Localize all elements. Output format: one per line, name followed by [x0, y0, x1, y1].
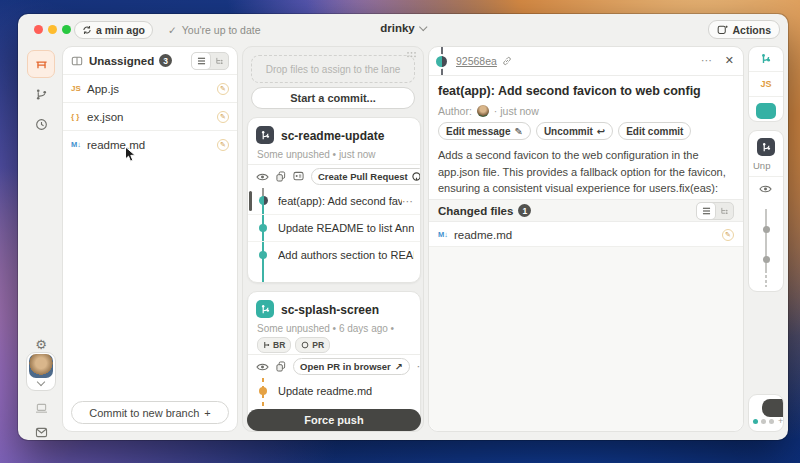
list-view-button[interactable] — [697, 203, 715, 219]
modified-icon: ✎ — [217, 111, 229, 123]
split-square-icon — [71, 55, 83, 67]
changed-files-header: Changed files 1 — [429, 199, 743, 222]
close-icon[interactable]: ✕ — [725, 54, 734, 67]
uncommit-button[interactable]: Uncommit ↩ — [536, 122, 613, 140]
left-rail: ⚙ — [18, 44, 62, 440]
start-commit-button[interactable]: Start a commit... — [251, 87, 415, 109]
review-eye-icon[interactable] — [256, 172, 269, 182]
edit-message-button[interactable]: Edit message ✎ — [438, 122, 531, 140]
commit-row[interactable]: Add authors section to README file — [248, 241, 420, 268]
feedback-button[interactable] — [27, 418, 55, 446]
account-switcher[interactable] — [26, 352, 56, 391]
tree-view-button[interactable] — [715, 203, 733, 219]
commit-dot — [763, 226, 770, 233]
copy-icon[interactable] — [276, 171, 286, 182]
applied-branch-icon — [749, 47, 783, 71]
commit-dot-unpushed — [259, 387, 267, 395]
commit-to-new-branch-button[interactable]: Commit to new branch + — [71, 401, 229, 424]
changed-files-count-badge: 1 — [518, 204, 531, 217]
commit-graph-line-dashed — [765, 275, 767, 287]
collapsed-right-rail: JS Unp + — [748, 46, 784, 432]
plus-icon: + — [204, 407, 210, 419]
commit-dot — [763, 256, 770, 263]
close-window-button[interactable] — [34, 25, 43, 34]
modified-icon: ✎ — [217, 83, 229, 95]
collapsed-lane-preview — [749, 96, 783, 121]
force-push-button[interactable]: Force push — [247, 409, 421, 431]
unassigned-count-badge: 3 — [159, 54, 172, 67]
unpushed-label: Unp — [753, 160, 770, 171]
branch-badge-icon — [256, 300, 274, 318]
review-eye-icon[interactable] — [256, 362, 269, 372]
sync-status: ✓ You're up to date — [168, 24, 261, 36]
commit-dot-diverged — [436, 56, 447, 67]
collapsed-stack-card[interactable]: Unp — [748, 130, 784, 292]
collapsed-force-push-button[interactable] — [762, 399, 784, 417]
file-row-readmemd[interactable]: M↓ readme.md ✎ — [63, 130, 237, 158]
actions-icon — [717, 24, 728, 35]
commit-hash-link[interactable]: 92568ea — [456, 55, 497, 67]
open-pr-in-browser-button[interactable]: Open PR in browser ↗ — [293, 358, 410, 375]
actions-button[interactable]: Actions — [708, 20, 780, 39]
tab-history[interactable] — [27, 110, 55, 138]
add-lane-button[interactable]: + — [778, 416, 783, 426]
stack-menu-button[interactable]: ⋯ — [417, 360, 421, 373]
external-link-icon: ↗ — [395, 361, 403, 372]
create-pr-label: Create Pull Request — [318, 171, 408, 182]
commit-dot — [259, 224, 267, 232]
commit-detail-header: 92568ea ⋯ ✕ — [429, 47, 743, 76]
tree-view-button[interactable] — [210, 53, 228, 69]
mail-icon — [35, 427, 48, 438]
branch-name[interactable]: sc-readme-update — [281, 129, 384, 143]
commit-list: feat(app): Add second favico... ⋯ Update… — [248, 188, 420, 282]
branch-name[interactable]: sc-splash-screen — [281, 303, 379, 317]
js-file-icon: JS — [749, 71, 783, 96]
lane-column: Drop files to assign to the lane Start a… — [242, 46, 424, 432]
commit-row-selected[interactable]: feat(app): Add second favico... ⋯ — [248, 188, 420, 214]
github-icon — [412, 172, 421, 181]
review-eye-icon[interactable] — [759, 184, 772, 194]
project-switcher[interactable]: drinky — [380, 22, 426, 34]
selection-indicator — [249, 191, 252, 211]
open-pr-label: Open PR in browser — [300, 361, 391, 372]
lane-page-dot[interactable] — [761, 419, 766, 424]
edit-message-label: Edit message — [446, 126, 510, 137]
zoom-window-button[interactable] — [62, 25, 71, 34]
chevron-down-icon — [419, 22, 427, 30]
edit-commit-label: Edit commit — [626, 126, 683, 137]
remote-branch-chip[interactable]: BR — [257, 337, 291, 353]
file-name: readme.md — [454, 229, 512, 241]
fetch-button[interactable]: a min ago — [74, 21, 153, 39]
commit-row[interactable]: Update readme.md — [248, 378, 420, 404]
collapsed-files-card[interactable]: JS — [748, 46, 784, 122]
changed-files-title: Changed files — [438, 205, 513, 217]
commit-menu-button[interactable]: ⋯ — [402, 195, 414, 208]
changed-file-row-readmemd[interactable]: M↓ readme.md ✎ — [429, 223, 743, 246]
modified-icon: ✎ — [217, 139, 229, 151]
view-toggle — [191, 52, 229, 70]
drop-zone[interactable]: Drop files to assign to the lane — [251, 55, 415, 83]
lane-page-dot-active[interactable] — [753, 419, 758, 424]
file-row-exjson[interactable]: { } ex.json ✎ — [63, 102, 237, 130]
minimize-window-button[interactable] — [48, 25, 57, 34]
copy-icon[interactable] — [276, 361, 286, 372]
check-icon: ✓ — [168, 24, 177, 36]
pull-request-chip[interactable]: PR — [295, 337, 330, 353]
cursor-pointer-icon — [124, 146, 137, 163]
lane-page-dot[interactable] — [769, 419, 774, 424]
edit-commit-button[interactable]: Edit commit — [618, 122, 691, 140]
divider — [749, 176, 783, 177]
file-row-appjs[interactable]: JS App.js ✎ — [63, 74, 237, 102]
create-pull-request-button[interactable]: Create Pull Request — [311, 168, 421, 185]
link-icon[interactable] — [502, 56, 512, 66]
file-name: ex.json — [87, 111, 123, 123]
pr-description-icon[interactable] — [293, 171, 304, 182]
commit-menu-button[interactable]: ⋯ — [701, 54, 713, 67]
list-view-button[interactable] — [192, 53, 210, 69]
author-meta: · just now — [494, 105, 539, 117]
commit-title: feat(app): Add second favicon to web con… — [438, 84, 701, 98]
stack-toolbar: Create Pull Request ⋯ — [248, 164, 420, 188]
tab-branches[interactable] — [27, 80, 55, 108]
tab-workspace[interactable] — [27, 50, 55, 78]
commit-row[interactable]: Update README to list Anne as pr... — [248, 214, 420, 241]
